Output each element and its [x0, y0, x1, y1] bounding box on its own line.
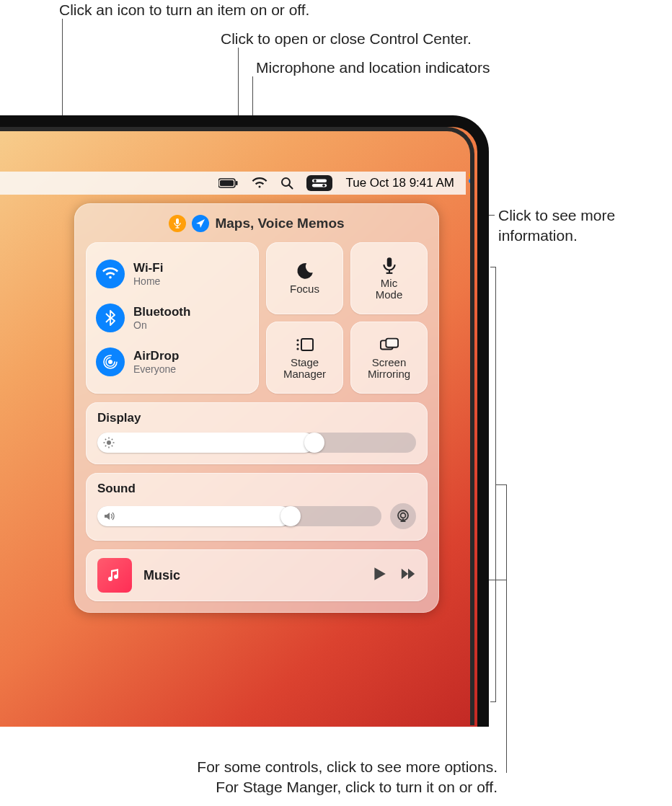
svg-line-29 [105, 439, 106, 440]
sound-card[interactable]: Sound [86, 473, 428, 541]
svg-rect-9 [176, 218, 179, 224]
wifi-sub: Home [133, 275, 163, 287]
desktop: Tue Oct 18 9:41 AM Maps, Voice Memos [0, 127, 474, 725]
svg-line-30 [112, 446, 112, 446]
display-card[interactable]: Display [86, 402, 428, 464]
music-app-icon [97, 558, 132, 593]
location-indicator-icon [192, 215, 209, 232]
micmode-l1: Mic [381, 277, 397, 289]
svg-point-34 [401, 513, 406, 518]
bt-sub: On [133, 319, 190, 331]
privacy-apps-text: Maps, Voice Memos [215, 216, 344, 231]
svg-point-20 [296, 343, 299, 345]
menubar-datetime[interactable]: Tue Oct 18 9:41 AM [345, 176, 454, 190]
text: Microphone and location indicators [256, 59, 490, 76]
svg-point-8 [323, 184, 326, 187]
focus-tile[interactable]: Focus [266, 242, 343, 314]
text-l2: information. [498, 226, 615, 246]
privacy-dots [469, 173, 473, 183]
privacy-indicator-row[interactable]: Maps, Voice Memos [86, 215, 428, 232]
next-track-button[interactable] [400, 566, 416, 585]
svg-point-12 [108, 360, 112, 364]
sound-title: Sound [97, 482, 416, 496]
svg-line-31 [105, 446, 106, 446]
wifi-icon [96, 260, 125, 288]
spotlight-icon[interactable] [280, 177, 293, 190]
text-l2: For Stage Manger, click to turn it on or… [72, 777, 498, 797]
micmode-l2: Mode [376, 288, 403, 301]
airplay-audio-button[interactable] [390, 503, 416, 529]
stage-manager-icon [296, 335, 314, 354]
svg-point-24 [107, 440, 111, 445]
display-title: Display [97, 411, 416, 425]
mirror-l1: Screen [372, 356, 407, 368]
bluetooth-icon [96, 304, 125, 332]
play-button[interactable] [371, 566, 387, 585]
svg-rect-15 [386, 257, 392, 267]
mirror-l2: Mirroring [368, 368, 410, 380]
microphone-icon [380, 256, 399, 275]
svg-rect-1 [220, 180, 234, 186]
airdrop-icon [96, 347, 125, 376]
text: Click to open or close Control Center. [221, 30, 472, 47]
airdrop-toggle[interactable]: AirDrop Everyone [96, 347, 249, 376]
callout-indicators: Microphone and location indicators [256, 58, 490, 78]
speaker-icon [103, 510, 115, 522]
svg-point-21 [296, 347, 299, 350]
callout-open-cc: Click to open or close Control Center. [221, 29, 472, 49]
text: Click an icon to turn an item on or off. [59, 1, 309, 18]
svg-point-19 [296, 339, 299, 341]
mic-mode-tile[interactable]: MicMode [350, 242, 428, 314]
svg-line-32 [112, 439, 112, 440]
brightness-icon [103, 437, 115, 448]
svg-line-4 [289, 185, 293, 189]
stage-l1: Stage [291, 356, 319, 368]
airdrop-sub: Everyone [133, 363, 179, 375]
svg-rect-23 [386, 338, 398, 347]
battery-icon[interactable] [218, 178, 239, 188]
svg-rect-2 [236, 181, 238, 185]
callout-bottom: For some controls, click to see more opt… [72, 757, 498, 798]
control-center-panel: Maps, Voice Memos Wi-Fi Home [74, 203, 439, 613]
menubar: Tue Oct 18 9:41 AM [0, 172, 466, 195]
svg-rect-18 [301, 339, 313, 350]
bt-title: Bluetooth [133, 305, 190, 319]
volume-slider[interactable] [97, 506, 381, 526]
laptop-bezel: Tue Oct 18 9:41 AM Maps, Voice Memos [0, 115, 489, 727]
wifi-toggle[interactable]: Wi-Fi Home [96, 260, 249, 288]
wifi-icon[interactable] [252, 177, 268, 189]
stage-manager-tile[interactable]: StageManager [266, 322, 343, 394]
stage-l2: Manager [283, 368, 326, 380]
bluetooth-toggle[interactable]: Bluetooth On [96, 304, 249, 332]
moon-icon [296, 262, 314, 280]
callout-more-info: Click to see more information. [498, 205, 615, 247]
connectivity-card: Wi-Fi Home Bluetooth On [86, 242, 259, 394]
control-center-trigger[interactable] [306, 175, 332, 191]
bracket-large [490, 267, 496, 702]
microphone-indicator-icon [169, 215, 186, 232]
screen-mirroring-tile[interactable]: ScreenMirroring [350, 322, 428, 394]
svg-point-6 [314, 180, 317, 182]
airdrop-title: AirDrop [133, 349, 179, 363]
wifi-title: Wi-Fi [133, 261, 163, 275]
text-l1: Click to see more [498, 205, 615, 226]
screen-mirroring-icon [380, 335, 399, 354]
text-l1: For some controls, click to see more opt… [72, 757, 498, 777]
brightness-slider[interactable] [97, 433, 416, 453]
airplay-icon [396, 509, 410, 523]
now-playing-title: Music [143, 568, 360, 583]
now-playing-card[interactable]: Music [86, 549, 428, 601]
focus-label: Focus [290, 283, 319, 296]
leader [496, 484, 506, 485]
callout-toggle: Click an icon to turn an item on or off. [59, 0, 309, 20]
leader [506, 484, 507, 773]
